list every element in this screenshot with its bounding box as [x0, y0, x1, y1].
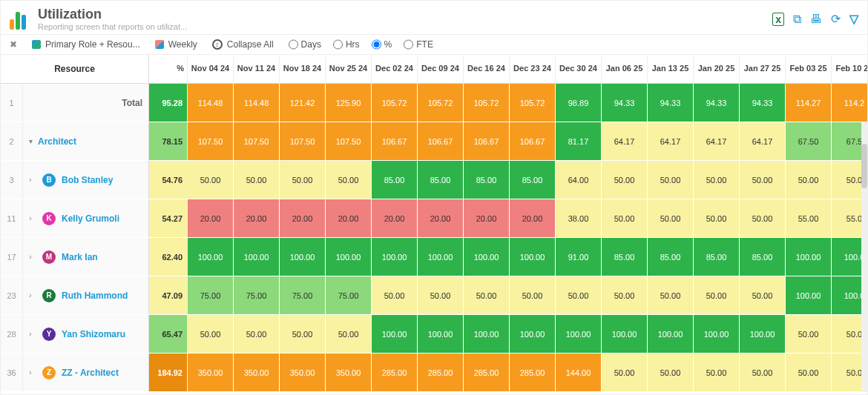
value-cell[interactable]: 50.00: [648, 161, 694, 199]
group-by-selector[interactable]: Primary Role + Resou...: [32, 39, 140, 50]
value-cell[interactable]: 94.33: [602, 84, 648, 122]
col-date[interactable]: Jan 13 25: [648, 55, 694, 83]
value-cell[interactable]: 50.00: [188, 315, 234, 353]
resource-cell[interactable]: YYan Shizomaru: [38, 315, 149, 353]
value-cell[interactable]: 285.00: [372, 353, 418, 391]
value-cell[interactable]: 105.72: [464, 84, 510, 122]
col-date[interactable]: Feb 03 25: [786, 55, 832, 83]
pct-cell[interactable]: 78.15: [149, 122, 188, 160]
value-cell[interactable]: 107.50: [326, 122, 372, 160]
col-date[interactable]: Dec 23 24: [510, 55, 556, 83]
value-cell[interactable]: 50.00: [740, 353, 786, 391]
value-cell[interactable]: 100.00: [464, 315, 510, 353]
screenshot-icon[interactable]: ⧉: [793, 13, 801, 26]
value-cell[interactable]: 94.33: [694, 84, 740, 122]
value-cell[interactable]: 64.17: [694, 122, 740, 160]
value-cell[interactable]: 100.00: [786, 276, 832, 314]
export-excel-icon[interactable]: x: [772, 13, 784, 26]
pct-cell[interactable]: 184.92: [149, 353, 188, 391]
value-cell[interactable]: 100.00: [510, 315, 556, 353]
value-cell[interactable]: 100.00: [234, 238, 280, 276]
tools-icon[interactable]: ✖: [10, 39, 17, 50]
value-cell[interactable]: 350.00: [326, 353, 372, 391]
value-cell[interactable]: 350.00: [280, 353, 326, 391]
col-date[interactable]: Jan 20 25: [694, 55, 740, 83]
pct-cell[interactable]: 62.40: [149, 238, 188, 276]
value-cell[interactable]: 100.00: [188, 238, 234, 276]
value-cell[interactable]: 285.00: [464, 353, 510, 391]
value-cell[interactable]: 285.00: [510, 353, 556, 391]
value-cell[interactable]: 64.00: [556, 161, 602, 199]
col-date[interactable]: Nov 04 24: [188, 55, 234, 83]
resource-cell[interactable]: KKelly Grumoli: [38, 199, 149, 237]
resource-cell[interactable]: BBob Stanley: [38, 161, 149, 199]
value-cell[interactable]: 125.90: [326, 84, 372, 122]
value-cell[interactable]: 350.00: [188, 353, 234, 391]
value-cell[interactable]: 20.00: [326, 199, 372, 237]
pct-cell[interactable]: 47.09: [149, 276, 188, 314]
value-cell[interactable]: 100.00: [740, 315, 786, 353]
expand-toggle[interactable]: ›: [23, 315, 38, 353]
value-cell[interactable]: 50.00: [510, 276, 556, 314]
value-cell[interactable]: 50.00: [740, 199, 786, 237]
value-cell[interactable]: 50.00: [786, 161, 832, 199]
expand-toggle[interactable]: ›: [23, 161, 38, 199]
col-date[interactable]: Nov 11 24: [234, 55, 280, 83]
radio-pct[interactable]: %: [372, 39, 392, 50]
scrollbar-thumb[interactable]: [861, 144, 867, 188]
value-cell[interactable]: 50.00: [556, 276, 602, 314]
pct-cell[interactable]: 54.27: [149, 199, 188, 237]
col-resource[interactable]: Resource: [1, 55, 149, 83]
value-cell[interactable]: 75.00: [326, 276, 372, 314]
value-cell[interactable]: 105.72: [418, 84, 464, 122]
value-cell[interactable]: 50.00: [648, 199, 694, 237]
col-date[interactable]: Dec 09 24: [418, 55, 464, 83]
value-cell[interactable]: 106.67: [372, 122, 418, 160]
value-cell[interactable]: 106.67: [464, 122, 510, 160]
value-cell[interactable]: 64.17: [740, 122, 786, 160]
col-date[interactable]: Nov 18 24: [280, 55, 326, 83]
value-cell[interactable]: 121.42: [280, 84, 326, 122]
period-selector[interactable]: Weekly: [155, 39, 197, 50]
filter-icon[interactable]: ▽: [849, 12, 858, 26]
value-cell[interactable]: 91.00: [556, 238, 602, 276]
value-cell[interactable]: 100.00: [602, 315, 648, 353]
value-cell[interactable]: 64.17: [648, 122, 694, 160]
value-cell[interactable]: 75.00: [280, 276, 326, 314]
value-cell[interactable]: 50.00: [418, 276, 464, 314]
value-cell[interactable]: 20.00: [510, 199, 556, 237]
value-cell[interactable]: 85.00: [602, 238, 648, 276]
value-cell[interactable]: 50.00: [326, 315, 372, 353]
refresh-icon[interactable]: ⟳: [831, 12, 841, 26]
value-cell[interactable]: 50.00: [694, 353, 740, 391]
resource-cell[interactable]: MMark Ian: [38, 238, 149, 276]
value-cell[interactable]: 107.50: [280, 122, 326, 160]
pct-cell[interactable]: 65.47: [149, 315, 188, 353]
col-date[interactable]: Jan 27 25: [740, 55, 786, 83]
value-cell[interactable]: 144.00: [556, 353, 602, 391]
col-date[interactable]: Dec 30 24: [556, 55, 602, 83]
value-cell[interactable]: 350.00: [234, 353, 280, 391]
value-cell[interactable]: 105.72: [510, 84, 556, 122]
expand-toggle[interactable]: ›: [23, 238, 38, 276]
value-cell[interactable]: 50.00: [602, 353, 648, 391]
value-cell[interactable]: 20.00: [464, 199, 510, 237]
value-cell[interactable]: 50.00: [648, 276, 694, 314]
value-cell[interactable]: 50.00: [326, 161, 372, 199]
resource-cell[interactable]: Architect: [38, 122, 149, 160]
value-cell[interactable]: 20.00: [372, 199, 418, 237]
value-cell[interactable]: 85.00: [694, 238, 740, 276]
value-cell[interactable]: 100.00: [464, 238, 510, 276]
value-cell[interactable]: 50.00: [280, 161, 326, 199]
value-cell[interactable]: 100.00: [418, 238, 464, 276]
value-cell[interactable]: 50.00: [694, 161, 740, 199]
col-pct[interactable]: %: [149, 55, 188, 83]
resource-cell[interactable]: Total: [38, 84, 149, 122]
value-cell[interactable]: 85.00: [372, 161, 418, 199]
value-cell[interactable]: 94.33: [648, 84, 694, 122]
value-cell[interactable]: 114.48: [188, 84, 234, 122]
pct-cell[interactable]: 54.76: [149, 161, 188, 199]
value-cell[interactable]: 85.00: [740, 238, 786, 276]
value-cell[interactable]: 20.00: [234, 199, 280, 237]
value-cell[interactable]: 94.33: [740, 84, 786, 122]
